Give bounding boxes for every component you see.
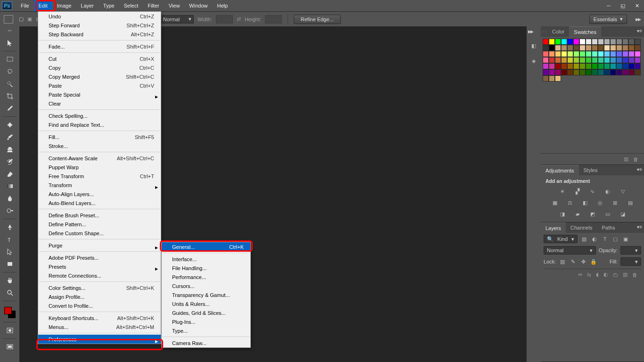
type-tool[interactable]: T [4, 234, 16, 245]
eraser-tool[interactable] [4, 169, 16, 179]
swatch[interactable] [616, 57, 622, 63]
hue-adjust-icon[interactable]: ▦ [551, 199, 559, 206]
panel-menu-icon[interactable]: ▾≡ [637, 224, 642, 230]
swatch[interactable] [586, 57, 592, 63]
panel-grip[interactable]: ▸▸ [0, 28, 19, 33]
swatch[interactable] [561, 45, 567, 51]
swatch[interactable] [586, 45, 592, 51]
swatch[interactable] [635, 63, 641, 69]
swatch[interactable] [549, 39, 555, 45]
menu-item-units-rulers-[interactable]: Units & Rulers... [162, 299, 250, 308]
hand-tool[interactable] [4, 275, 16, 286]
swatch[interactable] [561, 57, 567, 63]
opacity-input[interactable]: ▾ [620, 246, 641, 255]
marquee-tool[interactable] [4, 54, 16, 65]
style-dropdown[interactable]: Normal▾ [161, 15, 194, 24]
swatch[interactable] [567, 69, 573, 75]
swatch[interactable] [610, 51, 616, 57]
swatch[interactable] [561, 39, 567, 45]
menu-item-stroke-[interactable]: Stroke... [38, 141, 161, 150]
swatch[interactable] [616, 51, 622, 57]
swatch[interactable] [616, 63, 622, 69]
color-balance-adjust-icon[interactable]: ⚖ [566, 199, 574, 206]
swatch[interactable] [543, 45, 549, 51]
swatch[interactable] [543, 57, 549, 63]
menubar-type[interactable]: Type [99, 0, 119, 11]
swatch[interactable] [622, 69, 628, 75]
swatch[interactable] [555, 51, 561, 57]
menu-item-interface-[interactable]: Interface... [162, 255, 250, 263]
quick-select-tool[interactable] [4, 79, 16, 89]
filter-adjustment-icon[interactable]: ◐ [591, 236, 598, 242]
swatch[interactable] [555, 63, 561, 69]
healing-brush-tool[interactable] [4, 120, 16, 130]
lock-all-icon[interactable]: 🔒 [590, 259, 597, 265]
swatch[interactable] [628, 63, 635, 69]
layer-mask-icon[interactable]: ◖ [596, 272, 599, 278]
swatch[interactable] [579, 45, 586, 51]
swatch[interactable] [586, 63, 592, 69]
eyedropper-tool[interactable] [4, 103, 16, 114]
exposure-adjust-icon[interactable]: ◐ [603, 188, 612, 195]
swatch[interactable] [543, 63, 549, 69]
posterize-adjust-icon[interactable]: ▰ [573, 210, 582, 218]
crop-tool[interactable] [4, 91, 16, 101]
curves-adjust-icon[interactable]: ∿ [588, 188, 597, 195]
menubar-file[interactable]: File [16, 0, 34, 11]
foreground-color-swatch[interactable] [4, 307, 12, 314]
swatch[interactable] [567, 57, 573, 63]
menubar-edit[interactable]: Edit [34, 0, 52, 11]
swatch[interactable] [635, 51, 641, 57]
swatch[interactable] [573, 69, 579, 75]
filter-smart-icon[interactable]: ▣ [622, 236, 629, 242]
swatches-tab[interactable]: Swatches [569, 26, 601, 37]
menu-item-keyboard-shortcuts-[interactable]: Keyboard Shortcuts...Alt+Shift+Ctrl+K [38, 313, 161, 322]
menu-item-presets[interactable]: Presets [38, 262, 161, 271]
swatch[interactable] [555, 69, 561, 75]
gradient-tool[interactable] [4, 181, 16, 191]
swatch[interactable] [579, 69, 586, 75]
menu-item-puppet-warp[interactable]: Puppet Warp [38, 163, 161, 172]
swatch[interactable] [549, 57, 555, 63]
menu-item-auto-blend-layers-[interactable]: Auto-Blend Layers... [38, 198, 161, 207]
swatch[interactable] [610, 69, 616, 75]
swatch[interactable] [573, 63, 579, 69]
menu-item-fill-[interactable]: Fill...Shift+F5 [38, 132, 161, 141]
swatch[interactable] [586, 51, 592, 57]
menu-item-transform[interactable]: Transform [38, 181, 161, 189]
swatch[interactable] [610, 57, 616, 63]
paths-tab[interactable]: Paths [597, 222, 620, 233]
path-selection-tool[interactable] [4, 247, 16, 257]
swatch[interactable] [622, 63, 628, 69]
swatch[interactable] [604, 69, 610, 75]
minimize-button[interactable]: ─ [602, 0, 616, 11]
layer-filter-kind[interactable]: 🔍Kind▾ [544, 235, 578, 243]
menubar-window[interactable]: Window [184, 0, 212, 11]
adjustments-tab[interactable]: Adjustments [541, 165, 579, 175]
brush-tool[interactable] [4, 132, 16, 142]
menu-item-define-custom-shape-[interactable]: Define Custom Shape... [38, 229, 161, 238]
menu-item-free-transform[interactable]: Free TransformCtrl+T [38, 172, 161, 181]
swatch[interactable] [561, 63, 567, 69]
panel-menu-icon[interactable]: ▾≡ [637, 28, 642, 33]
menu-item-transparency-gamut-[interactable]: Transparency & Gamut... [162, 290, 250, 299]
menu-item-file-handling-[interactable]: File Handling... [162, 263, 250, 272]
delete-swatch-icon[interactable]: 🗑 [633, 156, 638, 162]
menu-item-convert-to-profile-[interactable]: Convert to Profile... [38, 301, 161, 310]
menu-item-auto-align-layers-[interactable]: Auto-Align Layers... [38, 189, 161, 198]
menu-item-assign-profile-[interactable]: Assign Profile... [38, 292, 161, 301]
swatch[interactable] [549, 69, 555, 75]
menu-item-general-[interactable]: General...Ctrl+K [162, 242, 250, 251]
layers-tab[interactable]: Layers [541, 222, 566, 233]
quick-mask-toggle[interactable] [4, 325, 16, 336]
swatch[interactable] [592, 39, 598, 45]
menu-item-purge[interactable]: Purge [38, 241, 161, 250]
swatch[interactable] [616, 45, 622, 51]
swatch[interactable] [579, 57, 586, 63]
lock-pixels-icon[interactable]: ✎ [569, 259, 577, 265]
swatch[interactable] [616, 39, 622, 45]
blur-tool[interactable] [4, 193, 16, 204]
tool-preset-picker[interactable] [4, 15, 13, 24]
swatch[interactable] [628, 57, 635, 63]
swatch[interactable] [610, 63, 616, 69]
